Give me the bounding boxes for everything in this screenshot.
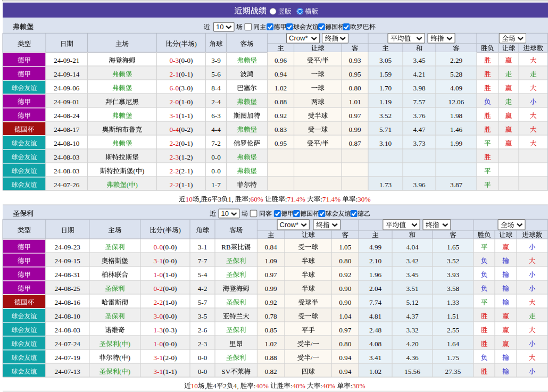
svg-text:40%: 40% xyxy=(322,382,335,390)
svg-text:24-08-25: 24-08-25 xyxy=(55,285,81,293)
svg-text:3.41: 3.41 xyxy=(369,354,381,362)
svg-text:60%: 60% xyxy=(251,195,263,203)
svg-text:0.78: 0.78 xyxy=(265,312,277,320)
svg-text:3.87: 3.87 xyxy=(450,181,462,189)
svg-text:30%: 30% xyxy=(352,382,365,390)
svg-text:0.80: 0.80 xyxy=(349,84,361,92)
svg-text:(0-0): (0-0) xyxy=(179,56,193,64)
svg-text:0.93: 0.93 xyxy=(349,56,361,64)
svg-text:4-4: 4-4 xyxy=(211,126,221,134)
svg-text:,: , xyxy=(199,195,201,203)
svg-text:3.10: 3.10 xyxy=(379,139,392,147)
svg-text:(1-0): (1-0) xyxy=(179,98,193,106)
svg-text:): ) xyxy=(128,368,130,376)
svg-text:24-07-13: 24-07-13 xyxy=(55,368,81,376)
svg-text:10: 10 xyxy=(186,195,193,203)
svg-text:2-0: 2-0 xyxy=(170,98,179,106)
svg-text:,: , xyxy=(204,382,206,390)
svg-text:0.88: 0.88 xyxy=(265,354,277,362)
svg-text:0.82: 0.82 xyxy=(265,368,277,376)
svg-text:0.85: 0.85 xyxy=(265,326,277,334)
svg-text:(3-0): (3-0) xyxy=(179,84,193,92)
svg-text:4.21: 4.21 xyxy=(413,70,426,78)
svg-text:0-0: 0-0 xyxy=(198,354,207,362)
svg-text:3-0: 3-0 xyxy=(153,312,163,320)
svg-text:/: / xyxy=(320,139,322,147)
svg-text:(1-2): (1-2) xyxy=(179,153,193,161)
svg-text:3-1: 3-1 xyxy=(198,243,207,251)
svg-text:(1-0): (1-0) xyxy=(163,298,177,306)
svg-text:2-3: 2-3 xyxy=(198,340,207,348)
svg-text:5-7: 5-7 xyxy=(198,298,207,306)
svg-text:0-3: 0-3 xyxy=(170,56,179,64)
svg-text:1.09: 1.09 xyxy=(265,257,277,265)
svg-text:): ) xyxy=(178,226,180,234)
svg-text:3.52: 3.52 xyxy=(447,257,459,265)
svg-text:2-2: 2-2 xyxy=(153,298,163,306)
svg-text:2: 2 xyxy=(223,382,227,390)
svg-text:4.09: 4.09 xyxy=(450,84,462,92)
svg-text:4.37: 4.37 xyxy=(406,312,419,320)
svg-text:2.29: 2.29 xyxy=(450,56,462,64)
svg-text:0.95: 0.95 xyxy=(275,139,287,147)
svg-text:5-6: 5-6 xyxy=(211,70,221,78)
svg-text:4,: 4, xyxy=(234,382,240,390)
svg-text:4-2: 4-2 xyxy=(198,285,207,293)
svg-text:0.88: 0.88 xyxy=(275,98,287,106)
svg-text:2-2: 2-2 xyxy=(170,167,179,175)
svg-text:1.19: 1.19 xyxy=(379,98,392,106)
svg-text:7.74: 7.74 xyxy=(369,298,381,306)
svg-text:24-09-01: 24-09-01 xyxy=(54,98,79,106)
svg-text:1.65: 1.65 xyxy=(447,243,459,251)
svg-text:(0-0): (0-0) xyxy=(163,340,177,348)
svg-text:3.98: 3.98 xyxy=(413,84,426,92)
svg-text:(: ( xyxy=(163,226,165,234)
svg-text:(1-0): (1-0) xyxy=(163,271,177,279)
svg-text:(: ( xyxy=(119,354,121,362)
svg-text:24-07-26: 24-07-26 xyxy=(54,181,80,189)
svg-text:3.05: 3.05 xyxy=(379,56,392,64)
svg-text:SV: SV xyxy=(222,368,231,376)
svg-text:2.04: 2.04 xyxy=(369,285,381,293)
svg-text:(0-3): (0-3) xyxy=(163,326,177,334)
svg-text:3.51: 3.51 xyxy=(406,285,419,293)
svg-text:3.52: 3.52 xyxy=(379,112,392,120)
svg-text:Crow*: Crow* xyxy=(280,221,298,229)
svg-text:24-08-31: 24-08-31 xyxy=(55,271,80,279)
svg-text:1.59: 1.59 xyxy=(379,70,392,78)
svg-text:0.94: 0.94 xyxy=(339,354,351,362)
svg-text:4.47: 4.47 xyxy=(413,126,426,134)
svg-text:1-0: 1-0 xyxy=(153,340,163,348)
svg-text:2-2: 2-2 xyxy=(170,139,179,147)
svg-text:6: 6 xyxy=(207,195,211,203)
svg-text:5.28: 5.28 xyxy=(450,70,462,78)
svg-text:): ) xyxy=(195,40,197,48)
svg-text:0-0: 0-0 xyxy=(198,368,207,376)
svg-text:(: ( xyxy=(119,340,121,348)
svg-text:0.92: 0.92 xyxy=(275,112,287,120)
svg-text:24-09-23: 24-09-23 xyxy=(55,243,81,251)
svg-text:24-08-10: 24-08-10 xyxy=(54,139,80,147)
svg-text:24-09-15: 24-09-15 xyxy=(55,257,81,265)
svg-text:(0-0): (0-0) xyxy=(163,312,177,320)
svg-text:2.10: 2.10 xyxy=(369,257,381,265)
svg-text:24-08-03: 24-08-03 xyxy=(54,153,80,161)
svg-text:(1-1): (1-1) xyxy=(179,181,193,189)
svg-text:1.02: 1.02 xyxy=(265,340,277,348)
svg-text:7.57: 7.57 xyxy=(413,98,426,106)
svg-text:(0-2): (0-2) xyxy=(179,126,193,134)
svg-text:3-1: 3-1 xyxy=(153,257,163,265)
svg-text:0.84: 0.84 xyxy=(265,243,277,251)
svg-text:3.45: 3.45 xyxy=(413,56,426,64)
svg-text:4.04: 4.04 xyxy=(406,243,419,251)
svg-text:3.96: 3.96 xyxy=(413,181,426,189)
svg-text:(: ( xyxy=(119,368,121,376)
svg-text:1.75: 1.75 xyxy=(447,354,459,362)
svg-text:1.64: 1.64 xyxy=(447,340,459,348)
svg-text:(2-1): (2-1) xyxy=(179,167,193,175)
svg-text:2.48: 2.48 xyxy=(369,326,381,334)
svg-text:3.45: 3.45 xyxy=(406,271,419,279)
svg-text:10: 10 xyxy=(191,382,198,390)
svg-text:3.42: 3.42 xyxy=(406,257,419,265)
svg-text:24-09-21: 24-09-21 xyxy=(54,56,79,64)
